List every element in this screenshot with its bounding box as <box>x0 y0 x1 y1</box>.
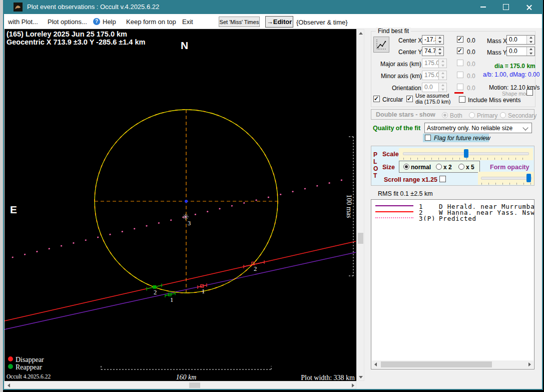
scroll-range-label: Scroll range x1.25 <box>384 176 437 183</box>
legend-reappear: Reappear <box>16 363 42 371</box>
plot-width-label: Plot width: 338 km <box>301 374 355 381</box>
minor-axis-spinner <box>438 71 446 80</box>
include-miss-checkbox[interactable] <box>459 96 465 103</box>
obs-name: Predicted <box>439 215 476 221</box>
title-bar: Plot event observations : Occult v.4.202… <box>3 0 543 14</box>
size-x2-label: x 2 <box>443 164 452 171</box>
use-assumed-label-2: dia (175.0 km) <box>415 99 450 105</box>
center-y-spinner[interactable] <box>435 47 443 56</box>
fit-chart-icon <box>375 39 387 51</box>
plot-canvas[interactable]: 3 2 1 1 2 (165) Loreley 2025 Jun 25 175.… <box>5 29 356 381</box>
marker-disappear-1-label: 1 <box>202 288 205 295</box>
help-icon: ? <box>93 18 100 25</box>
size-normal-radio[interactable] <box>403 164 409 170</box>
center-x-input[interactable]: -17.8 <box>422 35 444 45</box>
scroll-left-icon[interactable] <box>5 381 13 389</box>
scroll-right-icon[interactable] <box>526 360 533 368</box>
size-x2-radio[interactable] <box>436 164 442 170</box>
scroll-range-checkbox[interactable] <box>439 176 446 182</box>
close-button[interactable] <box>517 0 540 14</box>
scroll-right-icon[interactable] <box>349 381 357 389</box>
ab-dmag-value: a/b: 1.00, dMag: 0.00 <box>483 71 539 78</box>
list-item[interactable]: 2 W Hanna, near Yass, Nsw <box>371 209 534 215</box>
orientation-checkbox <box>457 84 463 90</box>
major-axis-checkbox <box>457 60 463 66</box>
observations-listbox[interactable]: 1 D Herald, near Murrumba 2 W Hanna, nea… <box>371 199 534 369</box>
mass-y-input[interactable]: 0.0 <box>506 47 535 56</box>
scroll-up-icon[interactable] <box>357 30 364 37</box>
menu-keep-on-top[interactable]: Keep form on top <box>126 18 176 26</box>
app-icon <box>14 3 23 12</box>
scroll-left-icon[interactable] <box>372 360 379 368</box>
center-y-checkbox[interactable] <box>457 48 463 54</box>
menu-exit[interactable]: Exit <box>182 18 193 26</box>
obs-id: 1 <box>419 203 423 209</box>
center-x-spinner[interactable] <box>435 36 443 44</box>
orientation-input: 0.0 <box>422 83 447 92</box>
minor-axis-label: Minor axis (km) <box>381 73 422 80</box>
editor-button[interactable]: →Editor <box>265 16 293 28</box>
v-scale-label: 100 mas <box>345 194 353 218</box>
maximize-button[interactable] <box>494 0 517 14</box>
major-axis-input: 175.0 <box>422 59 447 68</box>
form-opacity-slider-thumb[interactable] <box>526 174 531 182</box>
use-assumed-label-1: Use assumed <box>415 93 449 99</box>
fit-plot-icon-button[interactable] <box>373 37 389 53</box>
reappear-dot-icon <box>8 364 13 369</box>
hscroll-thumb[interactable] <box>189 382 200 388</box>
list-item[interactable]: 3(P) Predicted <box>371 215 534 221</box>
scale-slider[interactable] <box>399 148 533 160</box>
plot-letter-o: O <box>373 165 378 172</box>
scroll-down-icon[interactable] <box>357 373 364 381</box>
double-stars-primary-radio <box>469 112 475 118</box>
scale-slider-thumb[interactable] <box>464 149 468 158</box>
center-x-label: Center X <box>398 37 422 44</box>
size-x5-radio[interactable] <box>458 164 464 170</box>
center-y-rms: 0.0 <box>467 49 475 56</box>
orientation-rms: 0.0 <box>467 85 475 92</box>
major-axis-rms: 0.0 <box>467 61 475 68</box>
plot-vscrollbar[interactable] <box>356 29 364 381</box>
menu-with-plot[interactable]: with Plot... <box>8 18 38 26</box>
menu-plot-options[interactable]: Plot options... <box>48 18 87 26</box>
star-label: 3 <box>188 220 191 227</box>
motion-value: Motion: 12.10 km/s <box>489 84 539 91</box>
flag-review-checkbox[interactable] <box>425 135 431 141</box>
center-x-checkbox[interactable] <box>457 36 463 43</box>
circular-checkbox[interactable] <box>373 96 380 102</box>
mass-x-spinner[interactable] <box>526 36 534 44</box>
obs-id: 3(P) <box>419 215 435 221</box>
legend-disappear: Disappear <box>16 356 44 363</box>
use-assumed-checkbox[interactable] <box>406 96 413 102</box>
obs-name: W Hanna, near Yass, Nsw <box>439 209 534 215</box>
minimize-button[interactable] <box>471 0 494 14</box>
size-label: Size <box>382 164 395 171</box>
plot-hscrollbar[interactable] <box>5 381 356 389</box>
quality-label: Quality of the fit <box>373 125 420 132</box>
circular-label: Circular <box>382 96 403 103</box>
vscroll-thumb[interactable] <box>358 233 363 244</box>
listbox-hscrollbar[interactable] <box>372 360 533 368</box>
mass-y-spinner[interactable] <box>526 47 534 56</box>
window-border-bottom <box>3 389 543 390</box>
list-item[interactable]: 1 D Herald, near Murrumba <box>371 203 534 209</box>
obs-id: 2 <box>419 209 423 215</box>
menu-help[interactable]: Help <box>103 18 116 26</box>
double-stars-primary-label: Primary <box>477 112 497 119</box>
marker-reappear-1-label: 1 <box>170 296 173 303</box>
marker-disappear-2-label: 2 <box>254 265 257 272</box>
plot-letter-l: L <box>373 158 377 165</box>
center-x-rms: 0.0 <box>467 37 475 44</box>
quality-dropdown[interactable]: Astrometry only. No reliable size <box>424 123 532 133</box>
listbox-hscroll-thumb[interactable] <box>381 361 492 367</box>
plot-background <box>5 29 356 381</box>
size-normal-label: normal <box>411 164 431 171</box>
minor-axis-input: 175.0 <box>422 71 447 80</box>
mass-x-input[interactable]: 0.0 <box>506 35 535 45</box>
set-miss-times-button[interactable]: Set 'Miss' Times <box>219 17 260 27</box>
minor-axis-rms: 0.0 <box>467 73 475 80</box>
double-stars-title: Double stars - show <box>376 111 435 118</box>
form-opacity-slider[interactable] <box>478 172 534 185</box>
center-y-input[interactable]: 74.7 <box>422 47 444 56</box>
plot-geocentric: Geocentric X 713.9 ±3.0 Y -285.6 ±1.4 km <box>7 38 145 46</box>
